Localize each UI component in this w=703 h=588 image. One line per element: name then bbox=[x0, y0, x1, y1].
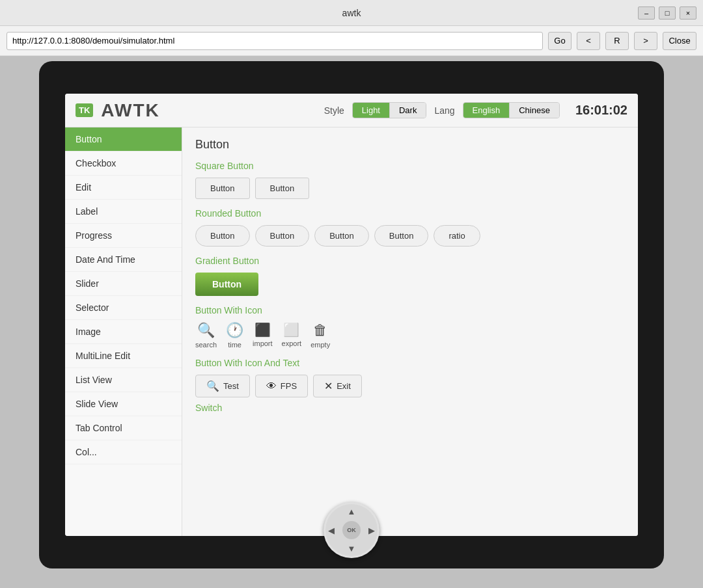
square-button-1[interactable]: Button bbox=[195, 178, 250, 199]
sidebar-item-slider[interactable]: Slider bbox=[65, 272, 182, 296]
icon-btn-time[interactable]: 🕐 time bbox=[226, 322, 243, 349]
rounded-button-ratio[interactable]: ratio bbox=[434, 225, 480, 247]
fps-label: FPS bbox=[281, 381, 297, 391]
button-with-icon-section-title: Button With Icon bbox=[195, 305, 625, 315]
export-label: export bbox=[282, 340, 302, 347]
forward-button[interactable]: > bbox=[634, 32, 657, 50]
app-screen: TK AWTK Style Light Dark Lang English Ch… bbox=[65, 94, 638, 536]
sidebar-item-selector[interactable]: Selector bbox=[65, 296, 182, 320]
nav-left-arrow[interactable]: ◀ bbox=[328, 526, 335, 535]
window-title: awtk bbox=[342, 8, 361, 18]
square-button-section-title: Square Button bbox=[195, 161, 625, 171]
rounded-button-2[interactable]: Button bbox=[255, 225, 310, 247]
back-button[interactable]: < bbox=[577, 32, 600, 50]
app-header: TK AWTK Style Light Dark Lang English Ch… bbox=[65, 94, 638, 127]
fps-icon: 👁 bbox=[266, 381, 277, 392]
sidebar-item-color[interactable]: Col... bbox=[65, 440, 182, 464]
icon-text-button-row: 🔍 Test 👁 FPS ✕ Exit bbox=[195, 375, 625, 397]
nav-up-arrow[interactable]: ▲ bbox=[348, 507, 356, 516]
content-area: Button Square Button Button Button Round… bbox=[182, 127, 638, 536]
window-controls: – □ × bbox=[638, 7, 696, 20]
minimize-button[interactable]: – bbox=[638, 7, 655, 20]
go-button[interactable]: Go bbox=[548, 32, 572, 50]
nav-circle[interactable]: ▲ ▼ ◀ ▶ OK bbox=[324, 502, 379, 558]
icon-text-test-button[interactable]: 🔍 Test bbox=[195, 375, 250, 397]
sidebar-item-image[interactable]: Image bbox=[65, 320, 182, 344]
nav-down-arrow[interactable]: ▼ bbox=[348, 544, 356, 554]
search-icon: 🔍 bbox=[197, 322, 215, 339]
rounded-button-4[interactable]: Button bbox=[374, 225, 429, 247]
device-frame: TK AWTK Style Light Dark Lang English Ch… bbox=[39, 61, 664, 568]
gradient-button-row: Button bbox=[195, 273, 625, 296]
empty-icon: 🗑 bbox=[313, 322, 327, 339]
close-browser-button[interactable]: Close bbox=[663, 32, 696, 50]
rounded-button-section-title: Rounded Button bbox=[195, 208, 625, 219]
sidebar-item-tab-control[interactable]: Tab Control bbox=[65, 416, 182, 440]
time-label: time bbox=[228, 341, 241, 349]
sidebar-item-button[interactable]: Button bbox=[65, 127, 182, 152]
icon-btn-empty[interactable]: 🗑 empty bbox=[310, 322, 330, 349]
time-display: 16:01:02 bbox=[575, 103, 627, 118]
gradient-button-section-title: Gradient Button bbox=[195, 256, 625, 266]
square-button-row: Button Button bbox=[195, 178, 625, 199]
lang-chinese-button[interactable]: Chinese bbox=[510, 103, 559, 118]
gradient-button-1[interactable]: Button bbox=[195, 273, 258, 296]
icon-text-exit-button[interactable]: ✕ Exit bbox=[313, 375, 362, 397]
sidebar-item-edit[interactable]: Edit bbox=[65, 176, 182, 200]
style-toggle-group: Light Dark bbox=[352, 102, 427, 118]
sidebar-item-date-and-time[interactable]: Date And Time bbox=[65, 248, 182, 272]
exit-label: Exit bbox=[337, 381, 351, 391]
app-title: AWTK bbox=[101, 100, 159, 121]
icon-button-group: 🔍 search 🕐 time ⬛ import ⬜ export bbox=[195, 322, 625, 349]
style-label: Style bbox=[324, 105, 344, 116]
empty-label: empty bbox=[310, 341, 330, 349]
square-button-2[interactable]: Button bbox=[255, 178, 310, 199]
nav-right-arrow[interactable]: ▶ bbox=[368, 526, 375, 535]
url-input[interactable] bbox=[7, 32, 543, 50]
export-icon: ⬜ bbox=[283, 322, 299, 338]
time-icon: 🕐 bbox=[226, 322, 243, 339]
close-window-button[interactable]: × bbox=[680, 7, 696, 20]
rounded-button-row: Button Button Button Button ratio bbox=[195, 225, 625, 247]
style-light-button[interactable]: Light bbox=[353, 103, 390, 118]
page-title: Button bbox=[195, 138, 625, 152]
refresh-button[interactable]: R bbox=[605, 32, 629, 50]
nav-circle-inner: ▲ ▼ ◀ ▶ OK bbox=[325, 504, 378, 556]
app-main: Button Checkbox Edit Label Progress Date… bbox=[65, 127, 638, 536]
test-icon: 🔍 bbox=[206, 380, 219, 392]
style-dark-button[interactable]: Dark bbox=[390, 103, 426, 118]
lang-english-button[interactable]: English bbox=[463, 103, 510, 118]
search-label: search bbox=[195, 341, 217, 349]
sidebar-item-slide-view[interactable]: Slide View bbox=[65, 392, 182, 416]
maximize-button[interactable]: □ bbox=[659, 7, 676, 20]
browser-bar: Go < R > Close bbox=[0, 26, 703, 56]
icon-btn-import[interactable]: ⬛ import bbox=[253, 322, 273, 349]
lang-label: Lang bbox=[434, 105, 454, 116]
sidebar: Button Checkbox Edit Label Progress Date… bbox=[65, 127, 182, 536]
exit-icon: ✕ bbox=[324, 380, 333, 392]
icon-text-fps-button[interactable]: 👁 FPS bbox=[255, 375, 308, 397]
sidebar-item-progress[interactable]: Progress bbox=[65, 224, 182, 248]
nav-ok-button[interactable]: OK bbox=[342, 521, 361, 539]
test-label: Test bbox=[223, 381, 239, 391]
rounded-button-1[interactable]: Button bbox=[195, 225, 250, 247]
button-with-icon-and-text-section-title: Button With Icon And Text bbox=[195, 358, 625, 368]
sidebar-item-label[interactable]: Label bbox=[65, 200, 182, 224]
sidebar-item-checkbox[interactable]: Checkbox bbox=[65, 152, 182, 176]
rounded-button-3[interactable]: Button bbox=[314, 225, 369, 247]
lang-toggle-group: English Chinese bbox=[463, 102, 560, 118]
sidebar-item-multiline-edit[interactable]: MultiLine Edit bbox=[65, 344, 182, 368]
icon-btn-search[interactable]: 🔍 search bbox=[195, 322, 217, 349]
import-icon: ⬛ bbox=[255, 322, 271, 338]
title-bar: awtk – □ × bbox=[0, 0, 703, 26]
import-label: import bbox=[253, 340, 273, 347]
icon-btn-export[interactable]: ⬜ export bbox=[282, 322, 302, 349]
switch-section-title: Switch bbox=[195, 403, 625, 413]
logo-tk: TK bbox=[76, 103, 93, 117]
sidebar-item-list-view[interactable]: List View bbox=[65, 368, 182, 392]
